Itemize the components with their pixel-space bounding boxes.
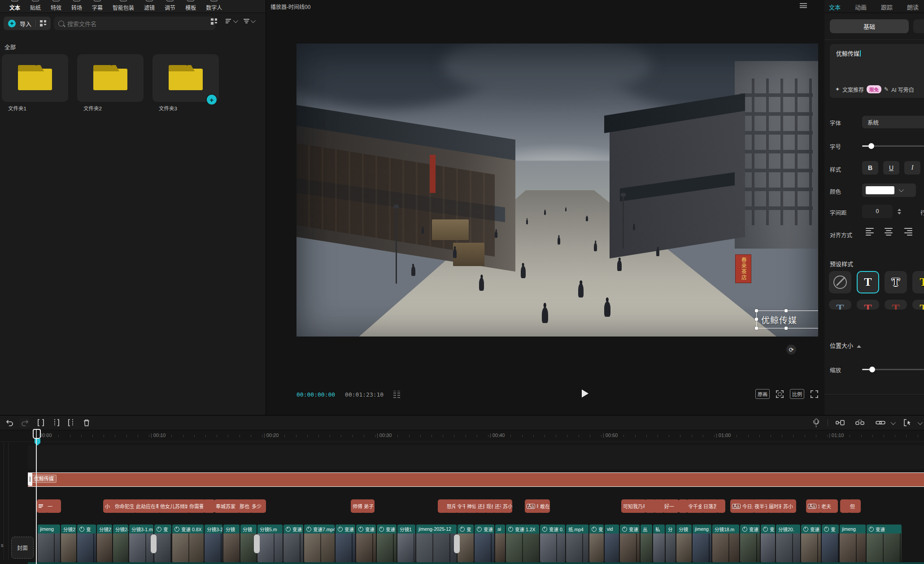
subtitle-clip[interactable]: 苏小 (781, 499, 796, 513)
bold-button[interactable]: B (862, 161, 878, 175)
subtitle-clip[interactable]: 敢在 (538, 499, 550, 513)
subtitle-clip[interactable]: 苏小 (501, 499, 512, 513)
chevron-down-icon[interactable] (891, 420, 896, 425)
video-clip[interactable]: 变 (154, 525, 171, 562)
align-right-icon[interactable] (903, 228, 912, 235)
letter-spacing-stepper[interactable] (895, 205, 903, 218)
main-text-clip[interactable] (28, 472, 924, 487)
select-tool-icon[interactable] (902, 418, 912, 428)
position-size-header[interactable]: 位置大小 (830, 341, 861, 350)
panel-tab-动画[interactable]: 动画 (855, 3, 867, 11)
panel-tab-朗读[interactable]: 朗读 (907, 3, 919, 11)
menu-item-字幕[interactable]: 字幕 (87, 0, 108, 13)
menu-item-特效[interactable]: 特效 (46, 0, 66, 13)
subtitle-clip[interactable]: 此劫应在奉 (134, 499, 161, 513)
subtitle-clip[interactable]: 可知我乃奉 (621, 499, 646, 513)
subtitle-clip[interactable]: 你需要 (187, 499, 205, 513)
undo-button[interactable] (4, 418, 14, 428)
video-clip[interactable]: 变 (77, 525, 96, 562)
playhead-line[interactable] (36, 430, 37, 564)
record-voiceover-button[interactable] (811, 418, 821, 428)
preset-style-tile-row2-1[interactable]: T (829, 300, 851, 310)
subtitle-clip[interactable] (716, 499, 725, 513)
ai-write-button[interactable]: AI 写旁白 (891, 86, 914, 93)
video-clip[interactable]: 分镜2 (97, 525, 112, 562)
subtitle-clip[interactable]: 你命犯生 (113, 499, 137, 513)
watermark-selection-box[interactable]: 优鲸传媒 (756, 310, 818, 328)
video-clip[interactable]: 变速 (356, 525, 376, 562)
align-left-icon[interactable] (866, 228, 875, 235)
clip-trim-handle-left[interactable] (28, 472, 32, 486)
video-clip[interactable]: 分镜2 (61, 525, 76, 562)
copy-suggest-button[interactable]: 文案推荐 (842, 86, 864, 93)
video-clip[interactable]: 变 (589, 525, 604, 562)
video-clip[interactable]: 变速 0. (540, 525, 565, 562)
video-clip[interactable]: 变速7.mp4 (304, 525, 335, 562)
folder-tile-文件夹3[interactable]: 文件夹3+ (153, 54, 219, 102)
preset-style-tile-row2-2[interactable]: T (857, 300, 879, 310)
transition-handle[interactable] (151, 534, 157, 553)
menu-item-调节[interactable]: 调节 (160, 0, 180, 13)
video-clip[interactable]: 变速 (377, 525, 397, 562)
preset-style-tile-4[interactable]: T (912, 271, 924, 293)
subtitle-clip[interactable] (203, 499, 215, 513)
sort-button[interactable] (226, 18, 237, 24)
marker-pin[interactable] (35, 439, 40, 446)
subtitle-clip[interactable]: 他女儿苏倾城 (158, 499, 190, 513)
panel-tab-文本[interactable]: 文本 (829, 3, 841, 11)
snap-toggle-icon[interactable] (835, 418, 845, 428)
video-clip[interactable]: jimeng (38, 525, 60, 562)
video-clip[interactable]: 变速 (740, 525, 760, 562)
subtitle-clip[interactable]: 老夫 (819, 499, 838, 513)
tab-basic[interactable]: 基础 (830, 19, 909, 33)
video-clip[interactable]: 抵.mp4 (566, 525, 588, 562)
preset-style-tile-3[interactable]: T (885, 271, 907, 293)
video-clip[interactable]: 变 (761, 525, 775, 562)
underline-button[interactable]: U (883, 161, 899, 175)
selection-handle[interactable] (785, 309, 788, 312)
video-clip[interactable]: jimeng (840, 525, 866, 562)
auto-remove-gap-icon[interactable] (855, 418, 865, 428)
video-preview[interactable]: 春来茶店 优鲸传媒 (296, 44, 818, 337)
video-clip[interactable]: 分 (666, 525, 676, 562)
subtitle-clip[interactable]: 好一 (662, 499, 679, 513)
folder-tile-文件夹2[interactable]: 文件夹2 (77, 54, 144, 102)
video-clip[interactable]: 分镜 (676, 525, 692, 562)
transition-handle[interactable] (454, 534, 460, 553)
menu-item-滤镜[interactable]: 滤镜 (139, 0, 160, 13)
video-clip[interactable]: 分镜 (223, 525, 240, 562)
menu-item-智能包装[interactable]: 智能包装 (108, 0, 139, 13)
video-clip[interactable]: 分镜3-1.m (129, 525, 153, 562)
subtitle-clip[interactable]: 奉城苏家 (214, 499, 240, 513)
letter-spacing-input[interactable]: 0 (862, 205, 893, 218)
video-clip[interactable]: 私 (653, 525, 665, 562)
view-grid-button[interactable] (211, 18, 217, 25)
import-mode-grid-icon[interactable] (40, 20, 46, 26)
timeline-ruler[interactable]: 00:00|00:10|00:20|00:30|00:40|00:50|01:0… (0, 430, 924, 442)
redo-button[interactable] (20, 418, 30, 428)
chevron-down-icon[interactable] (918, 420, 923, 425)
watermark-text[interactable]: 优鲸传媒 (761, 314, 797, 326)
video-clip[interactable]: 变速 (620, 525, 640, 562)
split-keep-right-button[interactable] (66, 418, 76, 428)
folder-tile-文件夹1[interactable]: 文件夹1 (2, 54, 68, 102)
video-clip[interactable]: 变速 (801, 525, 821, 562)
color-picker[interactable] (862, 184, 916, 197)
menu-item-数字人[interactable]: 数字人 (201, 0, 227, 13)
panel-tab-跟踪[interactable]: 跟踪 (881, 3, 893, 11)
zoom-fit-icon[interactable] (776, 390, 784, 398)
video-clip[interactable]: vid (605, 525, 619, 562)
search-input[interactable]: 搜索文件名 (54, 17, 215, 30)
subtitle-clip[interactable]: 多少 (250, 499, 266, 513)
video-clip[interactable]: 变速 1.2X (506, 525, 539, 562)
delete-button[interactable] (82, 418, 92, 428)
play-button[interactable] (582, 389, 588, 398)
subtitle-clip[interactable]: Aa今日是 (730, 499, 755, 513)
fullscreen-icon[interactable] (811, 390, 818, 398)
add-to-folder-badge[interactable]: + (206, 94, 218, 105)
original-quality-button[interactable]: 原画 (755, 389, 770, 399)
preset-style-tile-2[interactable]: T (857, 271, 879, 293)
menu-item-转场[interactable]: 转场 (66, 0, 87, 13)
preset-style-tile-1[interactable] (829, 271, 851, 293)
selection-handle[interactable] (755, 318, 758, 321)
